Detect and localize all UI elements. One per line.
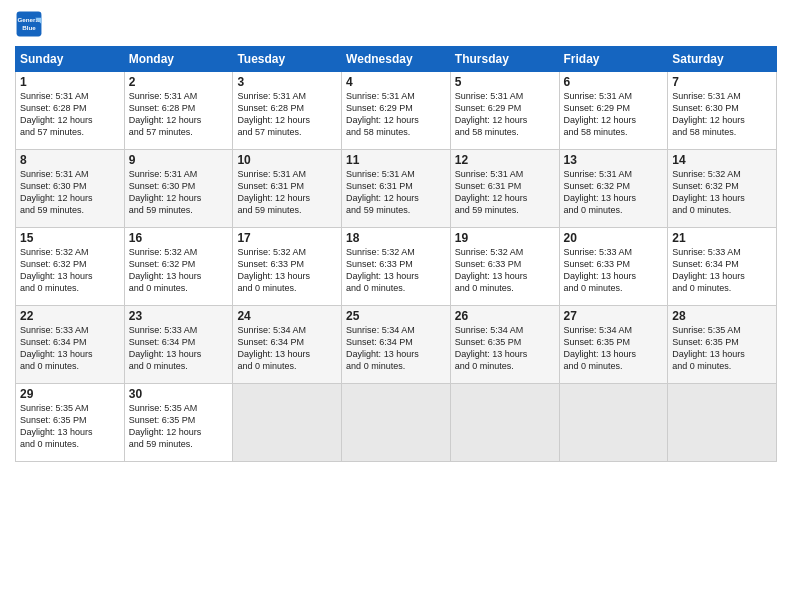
day-number: 4 — [346, 75, 446, 89]
header-cell-wednesday: Wednesday — [342, 47, 451, 72]
day-info: Sunrise: 5:35 AM Sunset: 6:35 PM Dayligh… — [20, 402, 120, 451]
day-cell: 1Sunrise: 5:31 AM Sunset: 6:28 PM Daylig… — [16, 72, 125, 150]
day-number: 25 — [346, 309, 446, 323]
svg-text:Blue: Blue — [22, 24, 36, 31]
day-number: 22 — [20, 309, 120, 323]
day-info: Sunrise: 5:33 AM Sunset: 6:33 PM Dayligh… — [564, 246, 664, 295]
day-info: Sunrise: 5:32 AM Sunset: 6:32 PM Dayligh… — [672, 168, 772, 217]
day-number: 18 — [346, 231, 446, 245]
day-cell: 9Sunrise: 5:31 AM Sunset: 6:30 PM Daylig… — [124, 150, 233, 228]
day-cell: 25Sunrise: 5:34 AM Sunset: 6:34 PM Dayli… — [342, 306, 451, 384]
day-number: 11 — [346, 153, 446, 167]
day-info: Sunrise: 5:31 AM Sunset: 6:29 PM Dayligh… — [346, 90, 446, 139]
week-row-3: 15Sunrise: 5:32 AM Sunset: 6:32 PM Dayli… — [16, 228, 777, 306]
day-cell: 8Sunrise: 5:31 AM Sunset: 6:30 PM Daylig… — [16, 150, 125, 228]
header: General Blue — [15, 10, 777, 38]
day-number: 28 — [672, 309, 772, 323]
day-cell: 17Sunrise: 5:32 AM Sunset: 6:33 PM Dayli… — [233, 228, 342, 306]
header-row: SundayMondayTuesdayWednesdayThursdayFrid… — [16, 47, 777, 72]
day-info: Sunrise: 5:35 AM Sunset: 6:35 PM Dayligh… — [672, 324, 772, 373]
logo: General Blue — [15, 10, 47, 38]
day-cell: 18Sunrise: 5:32 AM Sunset: 6:33 PM Dayli… — [342, 228, 451, 306]
day-number: 12 — [455, 153, 555, 167]
day-number: 5 — [455, 75, 555, 89]
day-number: 27 — [564, 309, 664, 323]
day-cell: 7Sunrise: 5:31 AM Sunset: 6:30 PM Daylig… — [668, 72, 777, 150]
day-cell: 13Sunrise: 5:31 AM Sunset: 6:32 PM Dayli… — [559, 150, 668, 228]
week-row-4: 22Sunrise: 5:33 AM Sunset: 6:34 PM Dayli… — [16, 306, 777, 384]
header-cell-monday: Monday — [124, 47, 233, 72]
day-info: Sunrise: 5:31 AM Sunset: 6:31 PM Dayligh… — [455, 168, 555, 217]
day-info: Sunrise: 5:31 AM Sunset: 6:28 PM Dayligh… — [237, 90, 337, 139]
day-cell — [342, 384, 451, 462]
day-cell — [559, 384, 668, 462]
day-number: 23 — [129, 309, 229, 323]
day-info: Sunrise: 5:34 AM Sunset: 6:34 PM Dayligh… — [346, 324, 446, 373]
day-info: Sunrise: 5:33 AM Sunset: 6:34 PM Dayligh… — [129, 324, 229, 373]
day-info: Sunrise: 5:32 AM Sunset: 6:33 PM Dayligh… — [455, 246, 555, 295]
day-info: Sunrise: 5:31 AM Sunset: 6:31 PM Dayligh… — [237, 168, 337, 217]
day-info: Sunrise: 5:31 AM Sunset: 6:28 PM Dayligh… — [129, 90, 229, 139]
day-info: Sunrise: 5:31 AM Sunset: 6:30 PM Dayligh… — [129, 168, 229, 217]
day-cell: 15Sunrise: 5:32 AM Sunset: 6:32 PM Dayli… — [16, 228, 125, 306]
day-cell: 28Sunrise: 5:35 AM Sunset: 6:35 PM Dayli… — [668, 306, 777, 384]
day-number: 13 — [564, 153, 664, 167]
calendar-table: SundayMondayTuesdayWednesdayThursdayFrid… — [15, 46, 777, 462]
page: General Blue SundayMondayTuesdayWednesda… — [0, 0, 792, 612]
day-info: Sunrise: 5:31 AM Sunset: 6:29 PM Dayligh… — [564, 90, 664, 139]
day-cell: 23Sunrise: 5:33 AM Sunset: 6:34 PM Dayli… — [124, 306, 233, 384]
day-cell: 21Sunrise: 5:33 AM Sunset: 6:34 PM Dayli… — [668, 228, 777, 306]
day-number: 7 — [672, 75, 772, 89]
day-cell: 29Sunrise: 5:35 AM Sunset: 6:35 PM Dayli… — [16, 384, 125, 462]
week-row-5: 29Sunrise: 5:35 AM Sunset: 6:35 PM Dayli… — [16, 384, 777, 462]
day-number: 10 — [237, 153, 337, 167]
day-cell: 10Sunrise: 5:31 AM Sunset: 6:31 PM Dayli… — [233, 150, 342, 228]
day-cell: 22Sunrise: 5:33 AM Sunset: 6:34 PM Dayli… — [16, 306, 125, 384]
day-number: 20 — [564, 231, 664, 245]
day-cell: 14Sunrise: 5:32 AM Sunset: 6:32 PM Dayli… — [668, 150, 777, 228]
day-info: Sunrise: 5:33 AM Sunset: 6:34 PM Dayligh… — [20, 324, 120, 373]
day-cell — [450, 384, 559, 462]
day-info: Sunrise: 5:34 AM Sunset: 6:35 PM Dayligh… — [564, 324, 664, 373]
day-cell: 20Sunrise: 5:33 AM Sunset: 6:33 PM Dayli… — [559, 228, 668, 306]
day-number: 3 — [237, 75, 337, 89]
day-cell — [233, 384, 342, 462]
day-info: Sunrise: 5:35 AM Sunset: 6:35 PM Dayligh… — [129, 402, 229, 451]
day-number: 21 — [672, 231, 772, 245]
header-cell-saturday: Saturday — [668, 47, 777, 72]
day-info: Sunrise: 5:33 AM Sunset: 6:34 PM Dayligh… — [672, 246, 772, 295]
day-cell: 2Sunrise: 5:31 AM Sunset: 6:28 PM Daylig… — [124, 72, 233, 150]
day-cell: 30Sunrise: 5:35 AM Sunset: 6:35 PM Dayli… — [124, 384, 233, 462]
day-cell: 12Sunrise: 5:31 AM Sunset: 6:31 PM Dayli… — [450, 150, 559, 228]
svg-text:General: General — [17, 16, 40, 23]
day-info: Sunrise: 5:31 AM Sunset: 6:30 PM Dayligh… — [672, 90, 772, 139]
week-row-1: 1Sunrise: 5:31 AM Sunset: 6:28 PM Daylig… — [16, 72, 777, 150]
day-cell: 24Sunrise: 5:34 AM Sunset: 6:34 PM Dayli… — [233, 306, 342, 384]
day-number: 1 — [20, 75, 120, 89]
day-info: Sunrise: 5:32 AM Sunset: 6:32 PM Dayligh… — [129, 246, 229, 295]
day-cell: 5Sunrise: 5:31 AM Sunset: 6:29 PM Daylig… — [450, 72, 559, 150]
header-cell-tuesday: Tuesday — [233, 47, 342, 72]
day-cell: 4Sunrise: 5:31 AM Sunset: 6:29 PM Daylig… — [342, 72, 451, 150]
day-cell: 6Sunrise: 5:31 AM Sunset: 6:29 PM Daylig… — [559, 72, 668, 150]
day-cell: 3Sunrise: 5:31 AM Sunset: 6:28 PM Daylig… — [233, 72, 342, 150]
day-number: 30 — [129, 387, 229, 401]
header-cell-thursday: Thursday — [450, 47, 559, 72]
day-number: 6 — [564, 75, 664, 89]
day-number: 24 — [237, 309, 337, 323]
week-row-2: 8Sunrise: 5:31 AM Sunset: 6:30 PM Daylig… — [16, 150, 777, 228]
day-info: Sunrise: 5:31 AM Sunset: 6:29 PM Dayligh… — [455, 90, 555, 139]
day-number: 17 — [237, 231, 337, 245]
day-cell: 26Sunrise: 5:34 AM Sunset: 6:35 PM Dayli… — [450, 306, 559, 384]
day-cell: 19Sunrise: 5:32 AM Sunset: 6:33 PM Dayli… — [450, 228, 559, 306]
day-number: 9 — [129, 153, 229, 167]
day-number: 26 — [455, 309, 555, 323]
header-cell-sunday: Sunday — [16, 47, 125, 72]
day-info: Sunrise: 5:31 AM Sunset: 6:30 PM Dayligh… — [20, 168, 120, 217]
day-info: Sunrise: 5:32 AM Sunset: 6:33 PM Dayligh… — [237, 246, 337, 295]
day-number: 8 — [20, 153, 120, 167]
day-info: Sunrise: 5:32 AM Sunset: 6:33 PM Dayligh… — [346, 246, 446, 295]
header-cell-friday: Friday — [559, 47, 668, 72]
day-info: Sunrise: 5:31 AM Sunset: 6:32 PM Dayligh… — [564, 168, 664, 217]
logo-icon: General Blue — [15, 10, 43, 38]
